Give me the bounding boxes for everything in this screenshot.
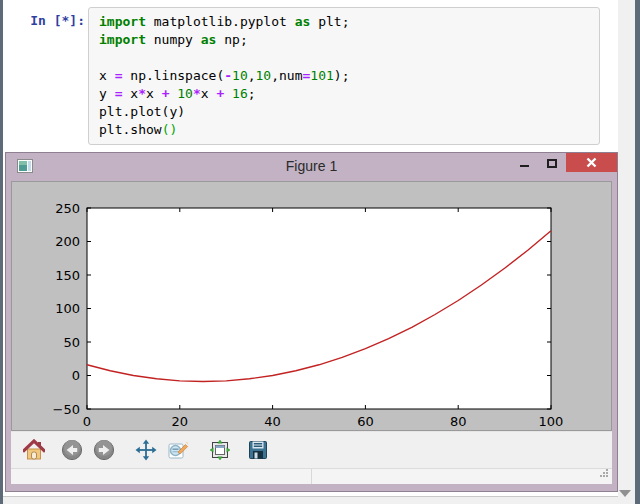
svg-text:150: 150 (55, 268, 80, 283)
minimize-icon (520, 165, 529, 167)
plot-svg: 020406080100−50050100150200250 (12, 182, 613, 430)
code-editor[interactable]: import matplotlib.pyplot as plt;import n… (88, 7, 600, 145)
svg-text:100: 100 (539, 414, 564, 429)
save-icon (247, 439, 269, 461)
code-line: x = np.linspace(-10,10,num=101); (99, 67, 591, 85)
resize-grip[interactable] (599, 464, 609, 482)
toolbar-forward-button[interactable] (91, 437, 117, 463)
pan-icon (135, 439, 157, 461)
svg-text:40: 40 (264, 414, 281, 429)
vertical-scrollbar[interactable] (618, 0, 640, 504)
forward-icon (93, 439, 115, 461)
svg-text:0: 0 (72, 368, 80, 383)
close-button[interactable] (566, 153, 617, 172)
toolbar-subplots-button[interactable] (207, 437, 233, 463)
svg-text:250: 250 (55, 201, 80, 216)
figure-window: Figure 1 020406080100−50050100150200250 (5, 152, 618, 492)
bottom-strip (3, 496, 618, 504)
status-divider (311, 469, 312, 484)
status-strip (11, 468, 612, 484)
code-line: plt.plot(y) (99, 103, 591, 121)
notebook-cell: In [*]: import matplotlib.pyplot as plt;… (3, 0, 618, 150)
close-icon (586, 157, 597, 168)
home-icon (23, 439, 45, 461)
code-line: import numpy as np; (99, 31, 591, 49)
svg-text:60: 60 (357, 414, 374, 429)
cell-prompt: In [*]: (3, 13, 85, 28)
svg-text:80: 80 (450, 414, 467, 429)
svg-text:200: 200 (55, 234, 80, 249)
minimize-button[interactable] (510, 153, 538, 172)
svg-text:0: 0 (83, 414, 91, 429)
code-line: import matplotlib.pyplot as plt; (99, 13, 591, 31)
page: In [*]: import matplotlib.pyplot as plt;… (0, 0, 640, 504)
toolbar-zoom-button[interactable] (165, 437, 191, 463)
code-line: y = x*x + 10*x + 16; (99, 85, 591, 103)
code-line (99, 49, 591, 67)
back-icon (61, 439, 83, 461)
scroll-down-icon[interactable] (619, 490, 631, 497)
code-line: plt.show() (99, 121, 591, 139)
toolbar-home-button[interactable] (21, 437, 47, 463)
svg-text:−50: −50 (53, 402, 80, 417)
svg-text:100: 100 (55, 301, 80, 316)
toolbar-pan-button[interactable] (133, 437, 159, 463)
plot-canvas: 020406080100−50050100150200250 (11, 181, 612, 431)
subplots-icon (209, 439, 231, 461)
zoom-rect-icon (167, 439, 189, 461)
window-titlebar[interactable]: Figure 1 (6, 153, 617, 181)
maximize-icon (547, 159, 557, 168)
svg-text:20: 20 (172, 414, 189, 429)
svg-text:50: 50 (63, 335, 80, 350)
nav-toolbar (11, 431, 612, 468)
caption-buttons (510, 153, 617, 172)
toolbar-back-button[interactable] (59, 437, 85, 463)
toolbar-save-button[interactable] (245, 437, 271, 463)
maximize-button[interactable] (538, 153, 566, 172)
